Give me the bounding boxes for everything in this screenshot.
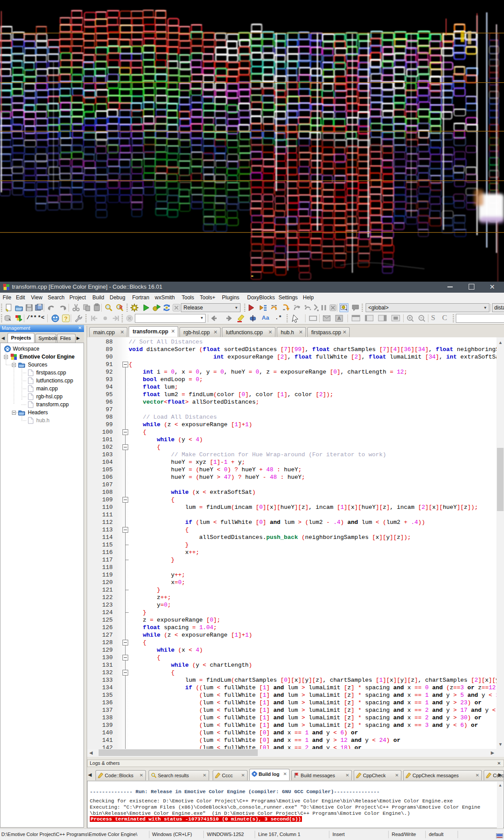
svg-text:R: R [119, 305, 123, 310]
svg-text:?: ? [64, 315, 68, 322]
svg-text:A: A [337, 316, 341, 321]
